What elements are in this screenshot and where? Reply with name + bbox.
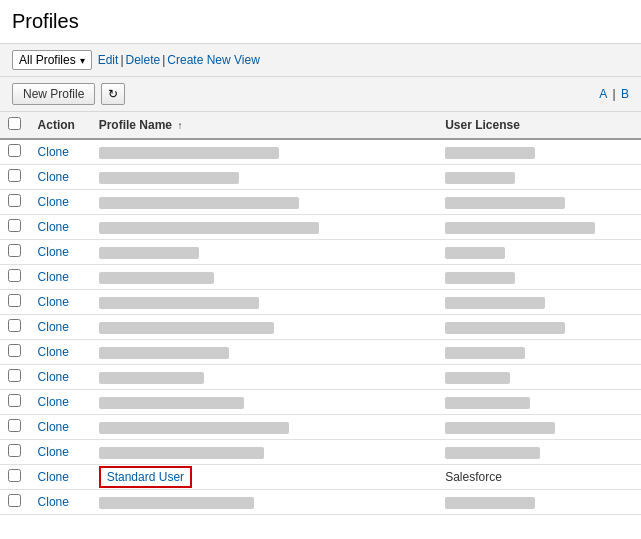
user-license-cell: ████████████ — [437, 139, 641, 165]
user-license-cell: █████████████████ — [437, 315, 641, 340]
user-license-blurred: █████████████████ — [445, 197, 565, 209]
user-license-blurred: █████████████████ — [445, 322, 565, 334]
row-checkbox[interactable] — [8, 144, 21, 157]
action-cell: Clone — [30, 415, 91, 440]
view-select-button[interactable]: All Profiles ▾ — [12, 50, 92, 70]
profile-name-cell: ██████████████ — [91, 240, 437, 265]
row-checkbox[interactable] — [8, 419, 21, 432]
profile-name-blurred: █████████████████████████ — [99, 322, 274, 334]
clone-link[interactable]: Clone — [38, 195, 69, 209]
profile-name-blurred: ███████████████████████████████ — [99, 222, 319, 234]
row-checkbox-cell — [0, 340, 30, 365]
sort-asc-icon: ↑ — [177, 120, 182, 131]
user-license-cell: █████████████ — [437, 440, 641, 465]
page-header: Profiles — [0, 0, 641, 43]
table-row: Clone██████████████████████████████ — [0, 165, 641, 190]
row-checkbox[interactable] — [8, 269, 21, 282]
profile-name-cell: ████████████████ — [91, 265, 437, 290]
header-profile-name[interactable]: Profile Name ↑ — [91, 112, 437, 139]
clone-link[interactable]: Clone — [38, 445, 69, 459]
refresh-button[interactable]: ↻ — [101, 83, 125, 105]
user-license-cell: Salesforce — [437, 465, 641, 490]
table-row: CloneStandard UserSalesforce — [0, 465, 641, 490]
delete-link[interactable]: Delete — [126, 53, 161, 67]
row-checkbox-cell — [0, 290, 30, 315]
clone-link[interactable]: Clone — [38, 170, 69, 184]
clone-link[interactable]: Clone — [38, 145, 69, 159]
table-row: Clone███████████████████████████████████… — [0, 215, 641, 240]
action-cell: Clone — [30, 315, 91, 340]
action-cell: Clone — [30, 265, 91, 290]
row-checkbox[interactable] — [8, 169, 21, 182]
row-checkbox[interactable] — [8, 344, 21, 357]
row-checkbox[interactable] — [8, 394, 21, 407]
user-license-cell: ███████████ — [437, 340, 641, 365]
clone-link[interactable]: Clone — [38, 270, 69, 284]
row-checkbox[interactable] — [8, 244, 21, 257]
clone-link[interactable]: Clone — [38, 320, 69, 334]
row-checkbox[interactable] — [8, 219, 21, 232]
row-checkbox-cell — [0, 240, 30, 265]
user-license-cell: █████████ — [437, 365, 641, 390]
profile-name-blurred: ██████████████████████ — [99, 497, 254, 509]
refresh-icon: ↻ — [108, 87, 118, 101]
clone-link[interactable]: Clone — [38, 370, 69, 384]
row-checkbox[interactable] — [8, 494, 21, 507]
row-checkbox-cell — [0, 390, 30, 415]
clone-link[interactable]: Clone — [38, 245, 69, 259]
table-row: Clone██████████████████████████ — [0, 265, 641, 290]
clone-link[interactable]: Clone — [38, 420, 69, 434]
row-checkbox[interactable] — [8, 444, 21, 457]
row-checkbox-cell — [0, 415, 30, 440]
row-checkbox[interactable] — [8, 319, 21, 332]
pagination-a-link[interactable]: A — [599, 87, 607, 101]
user-license-cell: ████████████ — [437, 490, 641, 515]
row-checkbox[interactable] — [8, 294, 21, 307]
profile-name-cell: ████████████████████████████ — [91, 190, 437, 215]
user-license-blurred: ████████████ — [445, 497, 535, 509]
new-profile-button[interactable]: New Profile — [12, 83, 95, 105]
clone-link[interactable]: Clone — [38, 470, 69, 484]
user-license-cell: ██████████████ — [437, 290, 641, 315]
action-cell: Clone — [30, 465, 91, 490]
row-checkbox-cell — [0, 165, 30, 190]
row-checkbox-cell — [0, 465, 30, 490]
pagination-links: A | B — [599, 87, 629, 101]
user-license-blurred: █████████ — [445, 372, 510, 384]
clone-link[interactable]: Clone — [38, 345, 69, 359]
profile-name-cell: ████████████████████ — [91, 390, 437, 415]
dropdown-arrow-icon: ▾ — [80, 55, 85, 66]
clone-link[interactable]: Clone — [38, 295, 69, 309]
view-select-label: All Profiles — [19, 53, 76, 67]
profile-name-cell: Standard User — [91, 465, 437, 490]
pagination-b-link[interactable]: B — [621, 87, 629, 101]
select-all-checkbox[interactable] — [8, 117, 21, 130]
row-checkbox[interactable] — [8, 469, 21, 482]
profile-name-cell: ██████████████████████ — [91, 290, 437, 315]
user-license-blurred: ████████████ — [445, 147, 535, 159]
create-new-view-link[interactable]: Create New View — [167, 53, 259, 67]
profile-name-link[interactable]: Standard User — [99, 466, 192, 488]
clone-link[interactable]: Clone — [38, 220, 69, 234]
user-license-blurred: ██████████ — [445, 172, 515, 184]
row-checkbox-cell — [0, 265, 30, 290]
row-checkbox-cell — [0, 440, 30, 465]
profile-name-cell: ███████████████████████ — [91, 440, 437, 465]
table-row: Clone█████████████████████████████ — [0, 340, 641, 365]
row-checkbox[interactable] — [8, 369, 21, 382]
clone-link[interactable]: Clone — [38, 395, 69, 409]
user-license-cell: ███████████████ — [437, 415, 641, 440]
edit-link[interactable]: Edit — [98, 53, 119, 67]
table-row: Clone██████████████████████████████████ — [0, 490, 641, 515]
header-checkbox-col — [0, 112, 30, 139]
profile-name-blurred: ██████████████ — [99, 247, 199, 259]
action-cell: Clone — [30, 340, 91, 365]
row-checkbox[interactable] — [8, 194, 21, 207]
header-user-license: User License — [437, 112, 641, 139]
row-checkbox-cell — [0, 215, 30, 240]
table-row: Clone███████████████████████████████████… — [0, 315, 641, 340]
profile-name-blurred: ██████████████████████ — [99, 297, 259, 309]
profile-name-cell: █████████████████████████ — [91, 139, 437, 165]
clone-link[interactable]: Clone — [38, 495, 69, 509]
action-cell: Clone — [30, 190, 91, 215]
